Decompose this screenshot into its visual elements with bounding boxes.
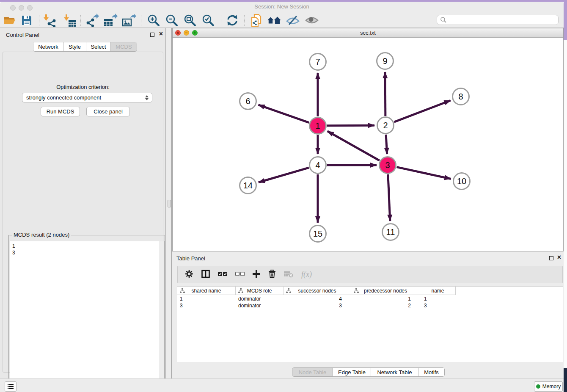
show-columns-icon[interactable]	[201, 270, 210, 280]
tree-icon	[238, 288, 243, 293]
graph-edges	[173, 38, 563, 251]
close-panel-icon[interactable]: ×	[159, 30, 163, 38]
home-layout-icon[interactable]	[267, 13, 281, 28]
memory-label: Memory	[542, 384, 561, 389]
graph-node-3[interactable]: 3	[379, 156, 396, 174]
cell-name[interactable]: 1	[420, 295, 456, 302]
export-table-icon[interactable]	[103, 13, 118, 28]
tab-motifs[interactable]: Motifs	[418, 368, 444, 376]
graph-node-11[interactable]: 11	[382, 223, 399, 241]
cell-predecessor-nodes[interactable]: 1	[351, 295, 420, 302]
import-table-icon[interactable]	[63, 13, 77, 28]
graph-node-10[interactable]: 10	[453, 172, 471, 190]
cell-successor-nodes[interactable]: 4	[284, 295, 351, 302]
run-mcds-button[interactable]: Run MCDS	[41, 107, 80, 116]
memory-button[interactable]: Memory	[534, 381, 563, 392]
cell-successor-nodes[interactable]: 3	[284, 302, 351, 309]
graph-edge-3-10[interactable]	[396, 167, 451, 179]
table-row[interactable]: 3 dominator 3 2 3	[177, 302, 456, 309]
optimization-criterion-label: Optimization criterion:	[3, 84, 163, 90]
graph-edge-2-8[interactable]	[394, 100, 451, 122]
graph-edge-2-9[interactable]	[385, 72, 385, 116]
optimization-criterion-select[interactable]: strongly connected component	[22, 93, 152, 102]
tab-select[interactable]: Select	[86, 42, 110, 51]
graph-node-9[interactable]: 9	[376, 52, 394, 70]
toolbar-separator	[244, 15, 245, 26]
graph-edge-3-11[interactable]	[388, 174, 390, 221]
column-header-name[interactable]: name	[420, 287, 456, 295]
tree-icon	[180, 288, 185, 293]
cell-mcds-role[interactable]: dominator	[236, 295, 284, 302]
toolbar-separator	[141, 15, 141, 26]
tab-network-table[interactable]: Network Table	[371, 368, 418, 376]
show-panels-button[interactable]	[5, 381, 17, 392]
select-all-checkboxes-icon[interactable]	[218, 271, 227, 279]
column-header-shared-name[interactable]: shared name	[177, 287, 236, 295]
graph-edge-2-3[interactable]	[386, 135, 387, 154]
application-window: Session: New Session	[0, 2, 564, 392]
graph-node-8[interactable]: 8	[452, 88, 470, 105]
panel-splitter[interactable]	[166, 28, 172, 378]
graph-node-6[interactable]: 6	[239, 92, 257, 110]
zoom-in-icon[interactable]	[146, 13, 161, 28]
cell-predecessor-nodes[interactable]: 2	[351, 302, 420, 309]
zoom-fit-icon[interactable]	[183, 13, 197, 28]
close-panel-button[interactable]: Close panel	[86, 107, 130, 116]
list-icon	[6, 382, 15, 391]
table-panel-title: Table Panel	[176, 255, 205, 262]
delete-table-icon-disabled	[284, 270, 293, 279]
graph-edge-1-2[interactable]	[327, 125, 374, 126]
export-image-icon[interactable]	[122, 13, 136, 28]
show-all-icon[interactable]	[305, 13, 319, 28]
zoom-out-icon[interactable]	[165, 13, 179, 28]
table-row[interactable]: 1 dominator 4 1 1	[177, 295, 456, 302]
tab-node-table[interactable]: Node Table	[292, 368, 333, 376]
graph-node-2[interactable]: 2	[377, 116, 394, 134]
graph-edge-3-1[interactable]	[328, 131, 380, 160]
graph-edge-1-6[interactable]	[259, 105, 309, 123]
export-network-icon[interactable]	[85, 13, 99, 28]
delete-column-trash-icon[interactable]	[268, 270, 276, 280]
tab-style[interactable]: Style	[63, 42, 86, 51]
table-toolbar: f(x)	[177, 266, 563, 283]
create-column-plus-icon[interactable]	[253, 270, 260, 279]
graph-node-14[interactable]: 14	[239, 177, 257, 194]
cell-shared-name[interactable]: 3	[177, 302, 236, 309]
tab-network[interactable]: Network	[33, 42, 63, 51]
graph-node-1[interactable]: 1	[309, 117, 327, 135]
toolbar-separator	[39, 15, 39, 26]
refresh-icon[interactable]	[225, 13, 239, 28]
zoom-selected-icon[interactable]	[201, 13, 215, 28]
window-title: Session: New Session	[0, 3, 564, 10]
result-scrollbar[interactable]	[160, 241, 164, 392]
cell-name[interactable]: 3	[420, 302, 456, 309]
column-header-mcds-role[interactable]: MCDS role	[236, 287, 284, 295]
column-header-successor-nodes[interactable]: successor nodes	[284, 287, 351, 295]
graph-node-7[interactable]: 7	[309, 53, 327, 71]
table-panel: Table Panel × f(x) shared name MCDS role…	[172, 251, 564, 378]
graph-edge-4-14[interactable]	[259, 168, 309, 182]
graph-node-15[interactable]: 15	[309, 225, 327, 243]
graph-node-4[interactable]: 4	[309, 156, 327, 174]
open-file-icon[interactable]	[3, 13, 17, 28]
tab-edge-table[interactable]: Edge Table	[333, 368, 371, 376]
search-input[interactable]	[437, 15, 559, 25]
network-window-titlebar[interactable]: × − + scc.txt	[173, 28, 563, 38]
tab-mcds[interactable]: MCDS	[110, 42, 137, 51]
float-panel-icon[interactable]	[150, 33, 154, 37]
splitter-grip-icon[interactable]	[168, 200, 171, 207]
clone-network-icon[interactable]	[249, 13, 263, 28]
node-table: shared name MCDS role successor nodes pr…	[177, 286, 563, 362]
network-canvas[interactable]: 7968124314101511	[173, 38, 563, 251]
table-settings-gear-icon[interactable]	[185, 270, 193, 280]
import-network-icon[interactable]	[43, 13, 57, 28]
float-table-panel-icon[interactable]	[549, 256, 553, 260]
save-session-icon[interactable]	[19, 13, 34, 28]
column-header-predecessor-nodes[interactable]: predecessor nodes	[351, 287, 420, 295]
deselect-all-checkboxes-icon[interactable]	[235, 271, 245, 279]
close-table-panel-icon[interactable]: ×	[557, 253, 561, 262]
hide-selected-icon[interactable]	[286, 13, 300, 28]
cell-mcds-role[interactable]: dominator	[236, 302, 284, 309]
mcds-result-text[interactable]: 1 3	[10, 241, 165, 392]
cell-shared-name[interactable]: 1	[177, 295, 236, 302]
